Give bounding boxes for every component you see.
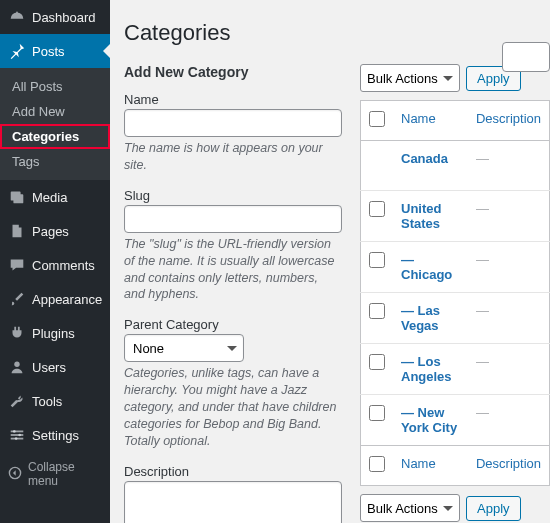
brush-icon: [8, 290, 26, 308]
wrench-icon: [8, 392, 26, 410]
collapse-label: Collapse menu: [28, 460, 102, 488]
category-description: —: [476, 151, 489, 166]
svg-rect-1: [11, 431, 24, 433]
menu-media[interactable]: Media: [0, 180, 110, 214]
user-icon: [8, 358, 26, 376]
bulk-actions-select[interactable]: Bulk Actions: [360, 64, 460, 92]
collapse-icon: [8, 466, 22, 483]
menu-label: Appearance: [32, 292, 102, 307]
table-row: United States—: [361, 191, 550, 242]
row-checkbox[interactable]: [369, 354, 385, 370]
desc-label: Description: [124, 464, 342, 479]
category-description: —: [476, 354, 489, 369]
parent-help: Categories, unlike tags, can have a hier…: [124, 365, 342, 449]
menu-label: Settings: [32, 428, 79, 443]
svg-point-5: [18, 434, 21, 437]
menu-appearance[interactable]: Appearance: [0, 282, 110, 316]
menu-users[interactable]: Users: [0, 350, 110, 384]
collapse-menu[interactable]: Collapse menu: [0, 452, 110, 496]
comment-icon: [8, 256, 26, 274]
col-description: Description: [468, 101, 550, 141]
category-list-panel: Bulk Actions Apply Name Description Cana…: [360, 64, 550, 523]
category-description: —: [476, 303, 489, 318]
submenu-tags[interactable]: Tags: [0, 149, 110, 174]
menu-label: Media: [32, 190, 67, 205]
admin-sidebar: Dashboard Posts All Posts Add New Catego…: [0, 0, 110, 523]
parent-select[interactable]: None: [124, 334, 244, 362]
name-label: Name: [124, 92, 342, 107]
submenu-categories[interactable]: Categories: [0, 124, 110, 149]
table-row: — New York City—: [361, 395, 550, 446]
category-description: —: [476, 252, 489, 267]
add-category-form: Add New Category Name The name is how it…: [124, 64, 342, 523]
media-icon: [8, 188, 26, 206]
menu-label: Users: [32, 360, 66, 375]
select-all-checkbox[interactable]: [369, 111, 385, 127]
menu-dashboard[interactable]: Dashboard: [0, 0, 110, 34]
dashboard-icon: [8, 8, 26, 26]
menu-pages[interactable]: Pages: [0, 214, 110, 248]
menu-posts[interactable]: Posts: [0, 34, 110, 68]
menu-label: Plugins: [32, 326, 75, 341]
menu-plugins[interactable]: Plugins: [0, 316, 110, 350]
bulk-actions-select-bottom[interactable]: Bulk Actions: [360, 494, 460, 522]
row-checkbox[interactable]: [369, 303, 385, 319]
categories-table: Name Description Canada—United States—— …: [360, 100, 550, 486]
category-name-link[interactable]: — Los Angeles: [401, 354, 452, 384]
svg-point-4: [13, 430, 16, 433]
svg-point-6: [15, 437, 18, 440]
category-name-link[interactable]: — Chicago: [401, 252, 452, 282]
page-title: Categories: [124, 20, 550, 46]
row-checkbox[interactable]: [369, 405, 385, 421]
menu-label: Pages: [32, 224, 69, 239]
table-row: — Chicago—: [361, 242, 550, 293]
category-name-link[interactable]: United States: [401, 201, 441, 231]
row-checkbox[interactable]: [369, 252, 385, 268]
submenu-all-posts[interactable]: All Posts: [0, 74, 110, 99]
menu-comments[interactable]: Comments: [0, 248, 110, 282]
slug-input[interactable]: [124, 205, 342, 233]
category-name-link[interactable]: Canada: [401, 151, 448, 166]
search-input[interactable]: [502, 42, 550, 72]
pin-icon: [8, 42, 26, 60]
parent-label: Parent Category: [124, 317, 342, 332]
menu-label: Posts: [32, 44, 65, 59]
table-row: — Los Angeles—: [361, 344, 550, 395]
apply-button-bottom[interactable]: Apply: [466, 496, 521, 521]
name-help: The name is how it appears on your site.: [124, 140, 342, 174]
menu-label: Comments: [32, 258, 95, 273]
submenu-posts: All Posts Add New Categories Tags: [0, 68, 110, 180]
plug-icon: [8, 324, 26, 342]
category-name-link[interactable]: — Las Vegas: [401, 303, 440, 333]
category-description: —: [476, 405, 489, 420]
svg-rect-2: [11, 434, 24, 436]
category-name-link[interactable]: — New York City: [401, 405, 457, 435]
slug-help: The "slug" is the URL-friendly version o…: [124, 236, 342, 304]
name-input[interactable]: [124, 109, 342, 137]
settings-icon: [8, 426, 26, 444]
page-icon: [8, 222, 26, 240]
desc-textarea[interactable]: [124, 481, 342, 523]
form-heading: Add New Category: [124, 64, 342, 80]
menu-label: Dashboard: [32, 10, 96, 25]
main-content: Categories Add New Category Name The nam…: [110, 0, 550, 523]
menu-label: Tools: [32, 394, 62, 409]
menu-tools[interactable]: Tools: [0, 384, 110, 418]
row-checkbox[interactable]: [369, 201, 385, 217]
table-row: Canada—: [361, 141, 550, 191]
svg-point-0: [14, 362, 19, 367]
menu-settings[interactable]: Settings: [0, 418, 110, 452]
table-row: — Las Vegas—: [361, 293, 550, 344]
col-name: Name: [393, 101, 468, 141]
select-all-checkbox-bottom[interactable]: [369, 456, 385, 472]
bulk-actions-bottom: Bulk Actions Apply: [360, 494, 550, 522]
category-description: —: [476, 201, 489, 216]
submenu-add-new[interactable]: Add New: [0, 99, 110, 124]
slug-label: Slug: [124, 188, 342, 203]
